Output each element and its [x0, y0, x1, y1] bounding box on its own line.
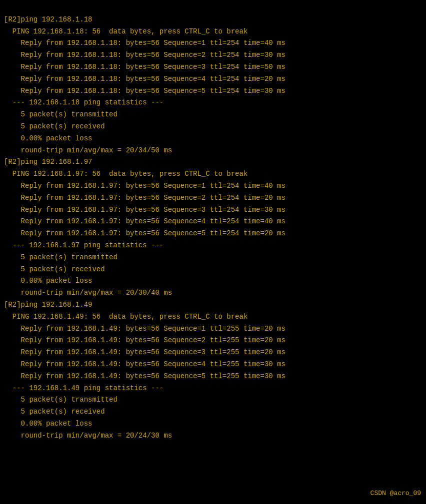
- terminal-line: round-trip min/avg/max = 20/34/50 ms: [4, 145, 422, 157]
- terminal-line: 5 packet(s) transmitted: [4, 394, 422, 406]
- terminal-line: 5 packet(s) transmitted: [4, 109, 422, 121]
- terminal-line: 5 packet(s) received: [4, 406, 422, 418]
- terminal-line: PING 192.168.1.49: 56 data bytes, press …: [4, 311, 422, 323]
- terminal-line: 0.00% packet loss: [4, 418, 422, 430]
- terminal-line: Reply from 192.168.1.97: bytes=56 Sequen…: [4, 228, 422, 240]
- terminal-line: 0.00% packet loss: [4, 133, 422, 145]
- terminal-line: [R2]ping 192.168.1.49: [4, 299, 422, 311]
- terminal-line: Reply from 192.168.1.97: bytes=56 Sequen…: [4, 180, 422, 192]
- terminal-line: --- 192.168.1.49 ping statistics ---: [4, 383, 422, 395]
- watermark: CSDN @acro_09: [370, 488, 421, 499]
- terminal-line: --- 192.168.1.18 ping statistics ---: [4, 97, 422, 109]
- terminal-line: Reply from 192.168.1.18: bytes=56 Sequen…: [4, 85, 422, 97]
- terminal-line: Reply from 192.168.1.97: bytes=56 Sequen…: [4, 216, 422, 228]
- terminal-line: --- 192.168.1.97 ping statistics ---: [4, 240, 422, 252]
- terminal-line: Reply from 192.168.1.18: bytes=56 Sequen…: [4, 49, 422, 61]
- terminal-output: [R2]ping 192.168.1.18 PING 192.168.1.18:…: [4, 2, 422, 442]
- terminal-line: Reply from 192.168.1.49: bytes=56 Sequen…: [4, 371, 422, 383]
- terminal-line: Reply from 192.168.1.49: bytes=56 Sequen…: [4, 335, 422, 347]
- terminal-line: [R2]ping 192.168.1.18: [4, 14, 422, 26]
- terminal-line: Reply from 192.168.1.97: bytes=56 Sequen…: [4, 204, 422, 216]
- terminal-line: Reply from 192.168.1.49: bytes=56 Sequen…: [4, 323, 422, 335]
- terminal-line: [R2]ping 192.168.1.97: [4, 156, 422, 168]
- terminal-line: round-trip min/avg/max = 20/30/40 ms: [4, 287, 422, 299]
- terminal-line: Reply from 192.168.1.97: bytes=56 Sequen…: [4, 192, 422, 204]
- terminal-line: Reply from 192.168.1.18: bytes=56 Sequen…: [4, 37, 422, 49]
- terminal-line: Reply from 192.168.1.49: bytes=56 Sequen…: [4, 359, 422, 371]
- terminal-line: 5 packet(s) transmitted: [4, 252, 422, 264]
- terminal-line: round-trip min/avg/max = 20/24/30 ms: [4, 430, 422, 442]
- terminal-line: Reply from 192.168.1.49: bytes=56 Sequen…: [4, 347, 422, 359]
- terminal-line: 5 packet(s) received: [4, 264, 422, 276]
- terminal-line: 0.00% packet loss: [4, 275, 422, 287]
- terminal-line: Reply from 192.168.1.18: bytes=56 Sequen…: [4, 73, 422, 85]
- terminal-line: Reply from 192.168.1.18: bytes=56 Sequen…: [4, 61, 422, 73]
- terminal-line: PING 192.168.1.18: 56 data bytes, press …: [4, 26, 422, 38]
- terminal-line: 5 packet(s) received: [4, 121, 422, 133]
- terminal-line: PING 192.168.1.97: 56 data bytes, press …: [4, 168, 422, 180]
